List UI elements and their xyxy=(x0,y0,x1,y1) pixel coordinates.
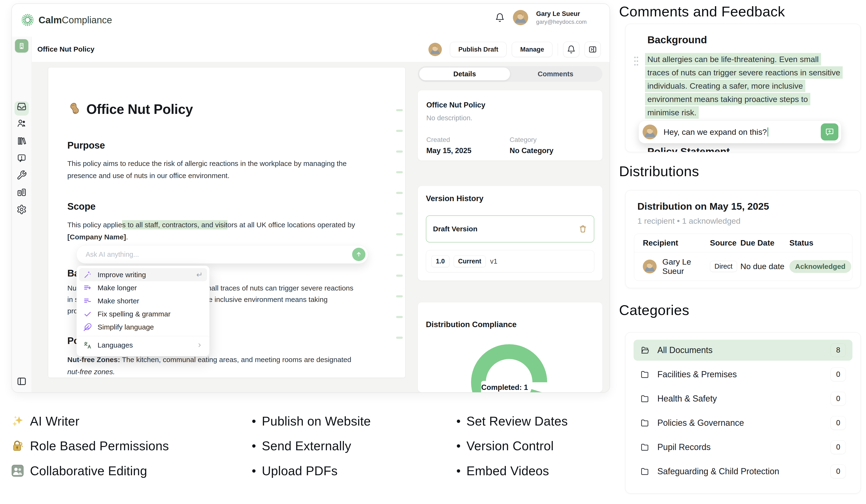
version-row[interactable]: 1.0 Current v1 xyxy=(426,250,594,273)
category-item-safeguarding[interactable]: Safeguarding & Child Protection 0 xyxy=(634,461,853,482)
feature-embed-videos: •Embed Videos xyxy=(456,463,549,478)
wrench-icon xyxy=(16,170,27,181)
sidebar-item-library[interactable] xyxy=(16,136,27,146)
category-value: No Category xyxy=(510,147,553,155)
distribution-title: Distribution on May 15, 2025 xyxy=(637,201,848,212)
magic-wand-icon xyxy=(83,271,92,279)
inbox-icon xyxy=(16,102,27,112)
brand-name: CalmCompliance xyxy=(38,15,112,25)
bullet-icon: • xyxy=(252,438,256,453)
sidebar-item-inbox[interactable] xyxy=(16,102,27,112)
submit-comment-button[interactable] xyxy=(821,123,839,140)
due-date-value: No due date xyxy=(740,262,789,271)
comments-preview-card: Background Nut allergies can be life-thr… xyxy=(625,24,861,152)
collapse-sidebar-button[interactable] xyxy=(16,376,27,387)
ai-menu-label: Make longer xyxy=(98,284,137,292)
details-comments-tabs: Details Comments xyxy=(418,66,602,82)
outline-marker xyxy=(396,213,403,215)
table-header-row: Recipient Source Due Date Status xyxy=(634,234,852,252)
col-due-date: Due Date xyxy=(740,239,789,248)
ai-menu-item-make-longer[interactable]: Make longer xyxy=(79,281,207,294)
category-label: Safeguarding & Child Protection xyxy=(657,467,779,477)
version-name: v1 xyxy=(490,257,498,265)
ai-menu-item-simplify-language[interactable]: Simplify language xyxy=(79,320,207,334)
sidebar-item-tools[interactable] xyxy=(16,170,27,181)
feature-upload-pdfs: •Upload PDFs xyxy=(252,463,337,478)
drag-handle-icon[interactable] xyxy=(633,55,639,67)
panel-left-icon xyxy=(16,376,27,387)
return-key-icon: ↵ xyxy=(196,270,203,279)
category-count-badge: 0 xyxy=(831,440,846,454)
sparkles-icon xyxy=(11,414,24,428)
toggle-right-panel-button[interactable] xyxy=(585,42,601,57)
outline-marker xyxy=(396,130,403,132)
feature-role-based-permissions: Role Based Permissions xyxy=(11,438,169,453)
people-icon xyxy=(11,464,24,477)
background-card-heading: Background xyxy=(647,34,707,46)
category-label: Health & Safety xyxy=(657,394,717,404)
calmcompliance-spiral-logo-icon xyxy=(21,13,34,27)
category-count-badge: 0 xyxy=(831,368,846,381)
doc-title-text: Office Nut Policy xyxy=(86,101,193,117)
users-icon xyxy=(16,118,27,128)
category-count-badge: 0 xyxy=(831,416,846,430)
ai-menu-label: Make shorter xyxy=(98,297,139,305)
sidebar-item-settings[interactable] xyxy=(16,204,27,215)
ai-menu-item-fix-spelling[interactable]: Fix spelling & grammar xyxy=(79,307,207,320)
outline-marker xyxy=(396,233,403,236)
category-item-policies-governance[interactable]: Policies & Governance 0 xyxy=(634,412,853,433)
outline-marker xyxy=(396,109,403,111)
folder-icon xyxy=(640,419,649,427)
outline-marker xyxy=(396,192,403,194)
ai-menu-item-make-shorter[interactable]: Make shorter xyxy=(79,294,207,307)
distribution-card: Distribution on May 15, 2025 1 recipient… xyxy=(625,190,861,288)
bullet-icon: • xyxy=(252,463,256,478)
tab-comments[interactable]: Comments xyxy=(510,68,601,80)
bullet-icon: • xyxy=(456,414,461,428)
tab-details[interactable]: Details xyxy=(419,68,510,80)
sidebar-item-team[interactable] xyxy=(16,118,27,128)
version-history-heading: Version History xyxy=(426,194,594,203)
trash-icon xyxy=(579,225,587,233)
sidebar-item-feedback[interactable] xyxy=(16,153,27,163)
document-notifications-button[interactable] xyxy=(563,42,579,57)
distributions-heading: Distributions xyxy=(619,163,699,180)
folder-icon xyxy=(640,443,649,452)
feature-set-review-dates: •Set Review Dates xyxy=(456,414,568,428)
publish-draft-button[interactable]: Publish Draft xyxy=(450,42,507,57)
status-badge: Acknowledged xyxy=(789,260,851,273)
user-avatar[interactable] xyxy=(513,10,528,25)
category-item-health-safety[interactable]: Health & Safety 0 xyxy=(634,388,853,409)
purpose-heading: Purpose xyxy=(67,140,105,151)
document-editor[interactable]: Office Nut Policy Purpose This policy ai… xyxy=(48,67,406,378)
outline-marker xyxy=(396,295,403,297)
ai-send-button[interactable] xyxy=(352,248,365,261)
collaborator-avatar[interactable] xyxy=(429,43,442,56)
manage-button[interactable]: Manage xyxy=(512,42,553,57)
ask-ai-input[interactable]: Ask AI anything... xyxy=(76,245,368,264)
category-item-all-documents[interactable]: All Documents 8 xyxy=(634,340,853,360)
workspace-icon[interactable] xyxy=(15,39,28,53)
delete-draft-button[interactable] xyxy=(579,225,587,233)
comment-input-bar[interactable]: Hey, can we expand on this? xyxy=(639,121,841,144)
table-row[interactable]: Gary Le Sueur Direct No due date Acknowl… xyxy=(634,252,852,280)
ai-menu-item-improve-writing[interactable]: Improve writing ↵ xyxy=(79,268,207,281)
bullet-icon: • xyxy=(456,438,461,453)
outline-marker xyxy=(396,275,403,277)
sidebar-item-organisation[interactable] xyxy=(16,187,27,197)
document-details-card: Office Nut Policy No description. Create… xyxy=(418,90,602,160)
outline-marker xyxy=(396,171,403,173)
check-icon xyxy=(83,310,92,318)
ai-menu-item-languages[interactable]: Languages xyxy=(79,339,207,352)
ask-ai-placeholder: Ask AI anything... xyxy=(86,251,352,259)
purpose-paragraph: This policy aims to reduce the risk of a… xyxy=(67,157,377,182)
bullet-icon: • xyxy=(456,463,461,478)
draft-version-item[interactable]: Draft Version xyxy=(426,215,594,242)
notifications-bell-icon[interactable] xyxy=(495,13,505,23)
lines-plus-icon xyxy=(83,284,92,292)
category-item-pupil-records[interactable]: Pupil Records 0 xyxy=(634,437,853,458)
doc-h1: Office Nut Policy xyxy=(67,101,193,117)
completed-count-label: Completed: 1 xyxy=(481,381,528,392)
bell-icon xyxy=(567,45,576,54)
category-item-facilities[interactable]: Facilities & Premises 0 xyxy=(634,364,853,385)
